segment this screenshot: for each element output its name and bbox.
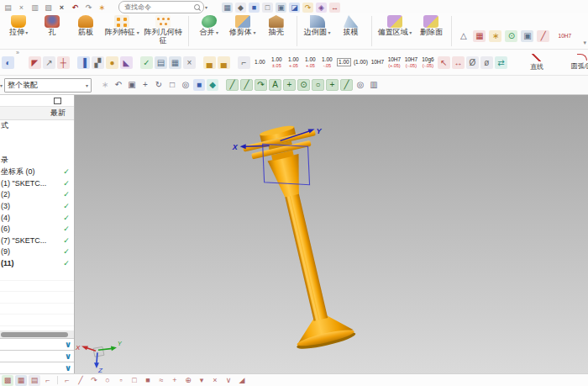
pen-icon[interactable]: ╱ (537, 30, 549, 42)
profile-icon[interactable]: ╱ (226, 79, 239, 91)
tolerance-style[interactable]: 1.00 (252, 56, 268, 68)
filter-caret[interactable]: ▾ (0, 82, 3, 88)
ribbon-button[interactable]: 合并 (192, 13, 226, 37)
trim-icon[interactable]: × (209, 375, 221, 386)
paste-icon[interactable]: ▧ (43, 3, 54, 13)
search-input[interactable] (123, 3, 194, 12)
latch-icon[interactable]: ⌐ (42, 375, 54, 386)
endpoint-icon[interactable]: ⌐ (61, 375, 73, 386)
details-section[interactable]: ∨ (0, 350, 74, 362)
line-mini-icon[interactable]: ╱ (240, 79, 253, 91)
datum-plane-icon[interactable]: ◤ (29, 56, 41, 69)
snap-enable-icon[interactable]: ▩ (2, 375, 13, 386)
coin-stack-icon[interactable]: ▄ (203, 56, 216, 69)
selection-scope-combo[interactable]: 整个装配 ▾ (4, 78, 92, 93)
tolerance-style[interactable]: (1.00) (353, 56, 369, 68)
list-icon[interactable]: ▤ (29, 375, 40, 386)
rect-icon[interactable]: ▫ (115, 375, 127, 386)
sketch-icon[interactable]: ◐ (2, 56, 14, 69)
fit-view-icon[interactable]: ▣ (126, 79, 138, 91)
undo-icon[interactable]: ↶ (70, 3, 81, 13)
deselect-icon[interactable]: × (183, 56, 196, 69)
(11)[interactable]: (11) ✓ (0, 257, 74, 269)
join-icon[interactable]: ▣ (276, 3, 286, 13)
rect2-icon[interactable]: □ (129, 375, 140, 386)
redo-icon[interactable]: ↷ (83, 3, 94, 13)
washer-icon[interactable]: ● (106, 56, 118, 69)
rapid-dim-icon[interactable]: ↖ (438, 56, 450, 69)
plane-icon[interactable]: □ (262, 3, 273, 13)
dim-table-icon[interactable]: ▦ (473, 30, 486, 42)
ribbon-button[interactable]: 偏置区域 (375, 13, 415, 37)
measure-icon[interactable]: ↔ (329, 3, 340, 13)
fillet-icon[interactable]: ◢ (236, 375, 248, 386)
point-icon[interactable]: + (169, 375, 181, 386)
datum-axis-icon[interactable]: ↗ (43, 56, 55, 69)
search-dropdown-caret[interactable]: ▾ (205, 4, 207, 10)
(7) "SKETC...[interactable]: (7) "SKETC... ✓ (0, 235, 74, 246)
diameter-icon[interactable]: Ø (466, 56, 479, 69)
select-rect-icon[interactable]: □ (166, 79, 178, 91)
tolerance-style[interactable]: 10H7(+.05) (386, 56, 402, 68)
tree-row[interactable] (0, 132, 74, 144)
spline-icon[interactable]: ≈ (155, 375, 167, 386)
datum-grid-icon[interactable]: ▦ (222, 3, 233, 13)
horizontal-scrollbar[interactable] (0, 330, 74, 338)
render-style-icon[interactable]: ■ (193, 79, 205, 91)
circle-icon[interactable]: ○ (102, 375, 113, 386)
坐标系 (0)[interactable]: 坐标系 (0) ✓ (0, 166, 74, 177)
circle-center-icon[interactable]: ⊙ (297, 79, 310, 91)
式[interactable]: 式 (0, 120, 74, 132)
line2-mini-icon[interactable]: ╱ (340, 79, 353, 91)
shaded-style-icon[interactable]: ◎ (180, 79, 192, 91)
image-icon[interactable]: ▣ (521, 30, 533, 42)
no-diameter-icon[interactable]: ø (480, 56, 493, 69)
(3)[interactable]: (3) ✓ (0, 200, 74, 212)
point-mini-icon[interactable]: + (283, 79, 296, 91)
tolerance-triangle-icon[interactable]: △ (457, 30, 470, 42)
flange-icon[interactable]: ⌐ (238, 56, 250, 69)
tolerance-style[interactable]: 10H7(-.05) (403, 56, 419, 68)
restore-icon[interactable] (54, 98, 61, 104)
point2-mini-icon[interactable]: + (326, 79, 339, 91)
scrollbar-thumb[interactable] (1, 332, 68, 337)
arc-mini-icon[interactable]: ↷ (255, 79, 267, 91)
arc-circle-tool[interactable]: 圆弧/圆 (560, 54, 588, 71)
ribbon-button[interactable]: 抽壳 (260, 13, 293, 37)
arc-icon[interactable]: ↷ (88, 375, 100, 386)
boss-icon[interactable]: ◆ (235, 3, 246, 13)
ribbon-overflow-caret[interactable]: ▾ (583, 40, 586, 46)
tolerance-style[interactable]: 1.00+.05 (286, 56, 302, 68)
tolerance-style[interactable]: 10g6(-.05) (420, 56, 436, 68)
save-icon[interactable]: ▤ (3, 3, 13, 13)
swap-icon[interactable]: ⇄ (495, 56, 507, 69)
navigator-column-header[interactable]: 最新 (0, 107, 74, 120)
(9)[interactable]: (9) ✓ (0, 246, 74, 258)
cut-icon[interactable]: × (16, 3, 27, 13)
datum-csys-icon[interactable]: ┼ (57, 56, 70, 69)
spline-mini-icon[interactable]: A (269, 79, 281, 91)
grid-snap-icon[interactable]: ▦ (15, 375, 27, 386)
line-tool[interactable]: 直线 (515, 54, 559, 71)
customize-icon[interactable]: ∗ (97, 3, 108, 13)
linear-dim-icon[interactable]: ↔ (452, 56, 465, 69)
ribbon-button[interactable]: 删除面 (414, 13, 448, 37)
(6)[interactable]: (6) ✓ (0, 223, 74, 235)
rotate-view-icon[interactable]: ↻ (153, 79, 165, 91)
star-feature-icon[interactable]: ∗ (489, 30, 501, 42)
gears-icon[interactable]: ⊙ (505, 30, 517, 42)
sync-offset-icon[interactable]: ◈ (316, 3, 327, 13)
dependencies-section[interactable]: ∨ (0, 338, 74, 350)
copy-mini-icon[interactable]: ▥ (368, 79, 380, 91)
ribbon-button[interactable]: 边倒圆 (301, 13, 334, 37)
block-icon[interactable]: ■ (249, 3, 260, 13)
dim-style-icon[interactable]: 10H7 (556, 24, 573, 49)
circle-mini-icon[interactable]: ○ (312, 79, 324, 91)
delete-icon[interactable]: × (56, 3, 67, 13)
orient-view-icon[interactable]: ↶ (113, 79, 124, 91)
snap-flower-icon[interactable]: ∗ (99, 79, 111, 91)
ribbon-button[interactable]: 修剪体 (226, 13, 260, 37)
tolerance-style[interactable]: 1.00+.05 (302, 56, 318, 68)
trim-mini-icon[interactable]: ◪ (289, 3, 300, 13)
(4)[interactable]: (4) ✓ (0, 212, 74, 224)
